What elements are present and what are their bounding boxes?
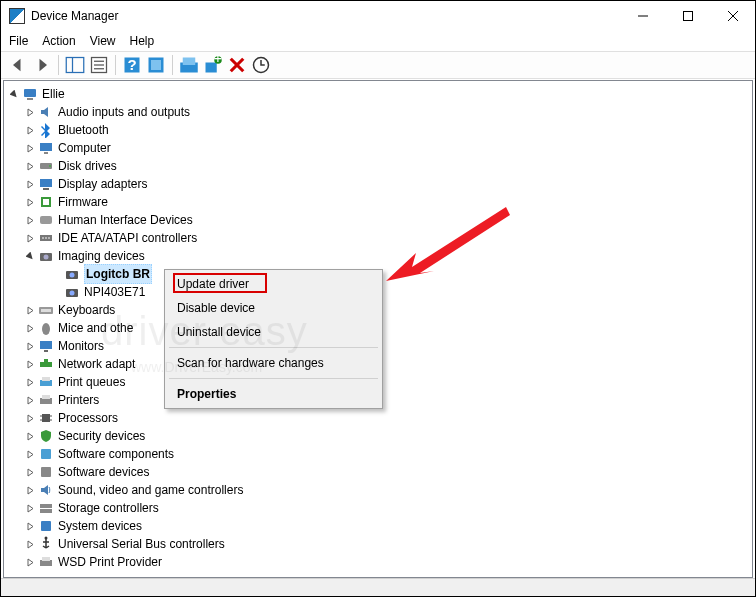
tree-node-label: Universal Serial Bus controllers — [58, 535, 225, 553]
minimize-button[interactable] — [620, 1, 665, 31]
tree-node[interactable]: Universal Serial Bus controllers — [8, 535, 752, 553]
tree-node-label: Processors — [58, 409, 118, 427]
expand-icon[interactable] — [24, 214, 36, 226]
svg-rect-60 — [41, 467, 51, 477]
svg-rect-62 — [40, 509, 52, 513]
svg-point-35 — [45, 237, 47, 239]
expand-icon[interactable] — [24, 556, 36, 568]
tree-node[interactable]: Disk drives — [8, 157, 752, 175]
expand-icon[interactable] — [24, 466, 36, 478]
expand-icon[interactable] — [24, 232, 36, 244]
expand-icon[interactable] — [24, 376, 36, 388]
tree-node[interactable]: Audio inputs and outputs — [8, 103, 752, 121]
collapse-icon[interactable] — [8, 88, 20, 100]
tree-node[interactable]: Firmware — [8, 193, 752, 211]
svg-rect-28 — [40, 179, 52, 187]
svg-rect-66 — [42, 557, 50, 561]
tree-node[interactable]: Display adapters — [8, 175, 752, 193]
close-button[interactable] — [710, 1, 755, 31]
ctx-scan-hardware[interactable]: Scan for hardware changes — [167, 351, 380, 375]
forward-button[interactable] — [31, 54, 53, 76]
add-legacy-hardware-button[interactable]: + — [202, 54, 224, 76]
ctx-uninstall-device[interactable]: Uninstall device — [167, 320, 380, 344]
menu-action[interactable]: Action — [42, 34, 75, 48]
svg-rect-1 — [683, 12, 692, 21]
scan-hardware-button[interactable] — [178, 54, 200, 76]
expand-icon[interactable] — [24, 142, 36, 154]
expand-icon[interactable] — [24, 502, 36, 514]
ctx-separator — [169, 378, 378, 379]
back-button[interactable] — [7, 54, 29, 76]
tree-node[interactable]: Software devices — [8, 463, 752, 481]
menu-help[interactable]: Help — [130, 34, 155, 48]
expand-icon[interactable] — [24, 304, 36, 316]
app-icon — [9, 8, 25, 24]
ctx-properties[interactable]: Properties — [167, 382, 380, 406]
ctx-update-driver[interactable]: Update driver — [167, 272, 380, 296]
expand-icon[interactable] — [24, 178, 36, 190]
expand-icon[interactable] — [24, 430, 36, 442]
computer-icon — [22, 86, 38, 102]
expand-icon[interactable] — [24, 538, 36, 550]
mouse-icon — [38, 320, 54, 336]
tree-node[interactable]: Processors — [8, 409, 752, 427]
tree-node-label: Mice and othe — [58, 319, 133, 337]
expand-icon[interactable] — [24, 124, 36, 136]
swcomp-icon — [38, 446, 54, 462]
expand-icon[interactable] — [24, 340, 36, 352]
tree-node[interactable]: Computer — [8, 139, 752, 157]
expand-icon[interactable] — [24, 412, 36, 424]
context-menu: Update driver Disable device Uninstall d… — [164, 269, 383, 409]
swdev-icon — [38, 464, 54, 480]
show-hide-console-tree-button[interactable] — [64, 54, 86, 76]
tree-node[interactable]: WSD Print Provider — [8, 553, 752, 571]
tree-node[interactable]: Ellie — [8, 85, 752, 103]
update-driver-button[interactable] — [250, 54, 272, 76]
ctx-disable-device[interactable]: Disable device — [167, 296, 380, 320]
help-button[interactable]: ? — [121, 54, 143, 76]
menu-file[interactable]: File — [9, 34, 28, 48]
properties-button[interactable] — [88, 54, 110, 76]
tree-node-label: WSD Print Provider — [58, 553, 162, 571]
tree-node[interactable]: Imaging devices — [8, 247, 752, 265]
tree-node[interactable]: Sound, video and game controllers — [8, 481, 752, 499]
wsd-icon — [38, 554, 54, 570]
svg-rect-44 — [41, 309, 51, 312]
expand-icon[interactable] — [24, 160, 36, 172]
tree-node[interactable]: Bluetooth — [8, 121, 752, 139]
maximize-button[interactable] — [665, 1, 710, 31]
tree-node[interactable]: System devices — [8, 517, 752, 535]
expand-icon[interactable] — [24, 520, 36, 532]
tree-node-label: NPI403E71 — [84, 283, 145, 301]
expand-icon[interactable] — [24, 322, 36, 334]
tree-node[interactable]: IDE ATA/ATAPI controllers — [8, 229, 752, 247]
toolbar-separator — [115, 55, 116, 75]
svg-rect-59 — [41, 449, 51, 459]
expand-icon[interactable] — [24, 196, 36, 208]
uninstall-device-button[interactable] — [226, 54, 248, 76]
svg-rect-31 — [43, 199, 49, 205]
computer-icon — [38, 140, 54, 156]
svg-rect-13 — [151, 60, 161, 70]
sound-icon — [38, 482, 54, 498]
tree-node[interactable]: Storage controllers — [8, 499, 752, 517]
expand-icon[interactable] — [24, 484, 36, 496]
tree-node[interactable]: Human Interface Devices — [8, 211, 752, 229]
ide-icon — [38, 230, 54, 246]
expand-icon[interactable] — [24, 106, 36, 118]
expand-icon[interactable] — [24, 448, 36, 460]
svg-rect-51 — [42, 377, 50, 381]
menu-view[interactable]: View — [90, 34, 116, 48]
collapse-icon[interactable] — [24, 250, 36, 262]
tree-node[interactable]: Security devices — [8, 427, 752, 445]
action-button[interactable] — [145, 54, 167, 76]
expand-icon[interactable] — [24, 394, 36, 406]
printer-icon — [38, 392, 54, 408]
svg-point-34 — [42, 237, 44, 239]
tree-node-label: Sound, video and game controllers — [58, 481, 243, 499]
svg-point-36 — [48, 237, 50, 239]
svg-rect-49 — [44, 359, 48, 362]
expand-icon[interactable] — [24, 358, 36, 370]
tree-node[interactable]: Software components — [8, 445, 752, 463]
display-icon — [38, 176, 54, 192]
